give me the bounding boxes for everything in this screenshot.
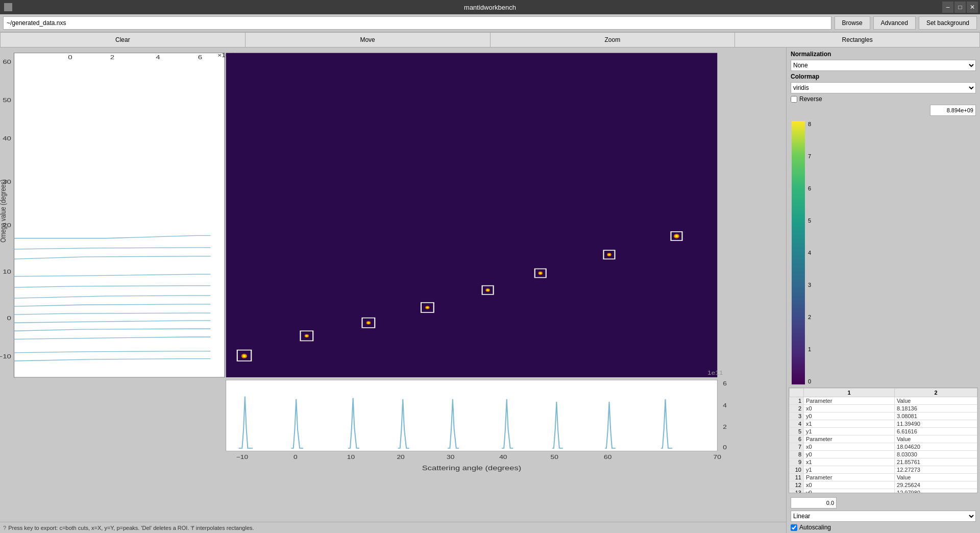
table-header-col2: 2 xyxy=(895,389,977,397)
table-row: 1ParameterValue xyxy=(790,397,977,405)
table-row: 4x111.39490 xyxy=(790,420,977,428)
table-cell-value: Value xyxy=(895,397,977,405)
set-background-button[interactable]: Set background xyxy=(919,16,977,30)
svg-point-31 xyxy=(487,289,489,291)
interpolation-select[interactable]: Linear xyxy=(791,511,976,522)
table-row: 10y112.27273 xyxy=(790,466,977,474)
svg-rect-57 xyxy=(792,121,805,384)
table-cell-rownum: 3 xyxy=(790,413,804,420)
status-bar: ? Press key to export: c=both cuts, x=X,… xyxy=(0,522,786,533)
autoscale-label: Autoscaling xyxy=(799,524,831,531)
table-cell-value: 3.08081 xyxy=(895,413,977,420)
data-table-container[interactable]: 1 2 1ParameterValue2x08.181363y03.080814… xyxy=(789,387,978,493)
table-row: 5y16.61616 xyxy=(790,428,977,435)
autoscale-row: Autoscaling xyxy=(791,524,976,531)
zoom-button[interactable]: Zoom xyxy=(490,32,735,47)
table-cell-param: y0 xyxy=(804,451,895,458)
move-button[interactable]: Move xyxy=(245,32,490,47)
svg-point-28 xyxy=(426,307,428,308)
normalization-select[interactable]: None xyxy=(791,60,976,71)
svg-text:20: 20 xyxy=(397,454,404,461)
colorbar-min-input[interactable] xyxy=(791,497,837,508)
window-controls: – □ ✕ xyxy=(942,0,978,14)
tick-0: 0 xyxy=(808,378,811,384)
colorbar-svg xyxy=(791,120,806,385)
table-header-row xyxy=(790,389,804,397)
svg-text:60: 60 xyxy=(3,59,11,65)
table-cell-value: 18.04620 xyxy=(895,443,977,451)
table-cell-value: 6.61616 xyxy=(895,428,977,435)
svg-point-37 xyxy=(608,254,610,255)
table-cell-param: Parameter xyxy=(804,474,895,481)
tick-8: 8 xyxy=(808,121,811,127)
table-cell-value: 29.25624 xyxy=(895,481,977,489)
tick-5: 5 xyxy=(808,217,811,224)
svg-point-19 xyxy=(243,355,246,357)
normalization-label: Normalization xyxy=(791,51,976,58)
table-cell-param: x0 xyxy=(804,481,895,489)
svg-point-40 xyxy=(675,235,678,237)
svg-text:0: 0 xyxy=(7,314,11,321)
svg-text:10: 10 xyxy=(3,269,11,275)
table-cell-rownum: 9 xyxy=(790,458,804,466)
svg-point-22 xyxy=(306,335,308,336)
svg-rect-16 xyxy=(226,53,718,377)
advanced-button[interactable]: Advanced xyxy=(873,16,916,30)
svg-text:0: 0 xyxy=(723,444,727,450)
table-row: 2x08.18136 xyxy=(790,405,977,413)
table-cell-param: x0 xyxy=(804,443,895,451)
svg-text:1e11: 1e11 xyxy=(707,370,723,376)
close-button[interactable]: ✕ xyxy=(967,2,978,13)
browse-button[interactable]: Browse xyxy=(835,16,870,30)
svg-point-25 xyxy=(368,322,370,324)
svg-text:0: 0 xyxy=(293,454,298,461)
rectangles-button[interactable]: Rectangles xyxy=(734,32,980,47)
svg-text:10: 10 xyxy=(347,454,355,461)
table-row: 13y012.97980 xyxy=(790,489,977,494)
svg-text:2: 2 xyxy=(723,424,727,430)
svg-text:−10: −10 xyxy=(0,353,11,359)
svg-text:Omega value (degrees): Omega value (degrees) xyxy=(0,180,7,243)
colormap-label: Colormap xyxy=(791,73,976,80)
table-cell-rownum: 8 xyxy=(790,451,804,458)
table-cell-param: Parameter xyxy=(804,435,895,443)
plot-canvas: 2 4 6 0 ×10¹⁰ 60 50 40 30 20 10 0 −10 Om… xyxy=(0,47,786,522)
svg-text:Scattering angle (degrees): Scattering angle (degrees) xyxy=(422,464,521,471)
autoscale-checkbox[interactable] xyxy=(791,524,797,531)
table-cell-param: x1 xyxy=(804,420,895,428)
right-panel: Normalization None Colormap viridis Reve… xyxy=(786,47,980,533)
tick-6: 6 xyxy=(808,185,811,191)
table-cell-value: 8.18136 xyxy=(895,405,977,413)
table-row: 12x029.25624 xyxy=(790,481,977,489)
minimize-button[interactable]: – xyxy=(942,2,953,13)
table-cell-rownum: 11 xyxy=(790,474,804,481)
clear-button[interactable]: Clear xyxy=(0,32,245,47)
table-cell-value: 12.97980 xyxy=(895,489,977,494)
table-cell-value: 11.39490 xyxy=(895,420,977,428)
table-row: 8y08.03030 xyxy=(790,451,977,458)
svg-text:−10: −10 xyxy=(236,454,248,461)
reverse-row: Reverse xyxy=(791,95,976,103)
table-cell-param: x0 xyxy=(804,405,895,413)
tick-4: 4 xyxy=(808,250,811,256)
colormap-select[interactable]: viridis xyxy=(791,82,976,93)
table-row: 6ParameterValue xyxy=(790,435,977,443)
reverse-checkbox[interactable] xyxy=(791,96,797,103)
table-cell-param: x1 xyxy=(804,458,895,466)
svg-text:4: 4 xyxy=(723,402,727,408)
svg-text:6: 6 xyxy=(198,54,202,61)
svg-text:70: 70 xyxy=(714,454,721,461)
colorbar-ticks: 8 7 6 5 4 3 2 1 0 xyxy=(808,120,811,385)
app-icon xyxy=(4,3,12,11)
svg-text:0: 0 xyxy=(68,54,72,61)
main-area: Browse Advanced Set background Clear Mov… xyxy=(0,14,980,533)
svg-text:40: 40 xyxy=(499,454,507,461)
maximize-button[interactable]: □ xyxy=(954,2,966,13)
colorbar-max-input[interactable] xyxy=(930,105,976,116)
table-cell-rownum: 5 xyxy=(790,428,804,435)
table-cell-value: Value xyxy=(895,435,977,443)
table-cell-param: y1 xyxy=(804,466,895,474)
table-cell-rownum: 1 xyxy=(790,397,804,405)
action-row: Clear Move Zoom Rectangles xyxy=(0,32,980,47)
file-path-input[interactable] xyxy=(3,16,831,30)
